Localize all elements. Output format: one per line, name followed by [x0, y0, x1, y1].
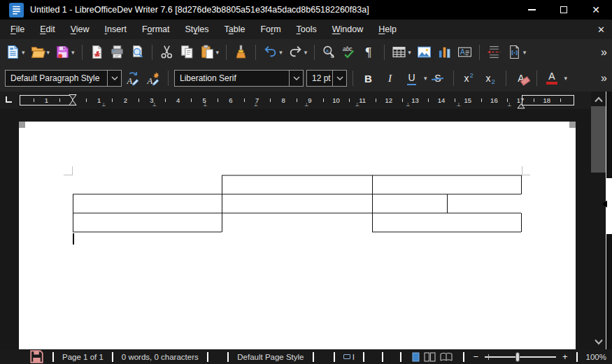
italic-glyph: I — [388, 73, 392, 85]
spelling-button[interactable]: abc — [340, 42, 359, 63]
superscript-button[interactable]: x2 — [460, 68, 478, 88]
clear-formatting-button[interactable]: A — [512, 68, 531, 88]
strikethrough-button[interactable]: S — [429, 68, 448, 88]
underline-dropdown-arrow[interactable]: ▾ — [424, 75, 427, 82]
cut-button[interactable] — [157, 42, 176, 63]
print-button[interactable] — [108, 42, 127, 63]
formatting-marks-button[interactable]: ¶ — [360, 42, 379, 63]
undo-icon — [263, 45, 278, 59]
menu-edit[interactable]: Edit — [32, 22, 63, 37]
ruler-tick — [34, 99, 34, 102]
menu-table[interactable]: Table — [217, 22, 253, 37]
insert-field-dropdown-arrow[interactable]: ▾ — [523, 49, 527, 56]
default-tab-stop-mark: ⊥ — [507, 102, 511, 108]
paste-dropdown-arrow[interactable]: ▾ — [216, 49, 220, 56]
italic-button[interactable]: I — [380, 68, 399, 88]
font-color-dropdown-arrow[interactable]: ▾ — [564, 75, 568, 82]
paragraph-style-combobox[interactable]: Default Paragraph Style — [5, 70, 122, 87]
redo-button[interactable]: ▾ — [286, 42, 310, 63]
maximize-button[interactable] — [548, 0, 580, 20]
menu-view[interactable]: View — [63, 22, 97, 37]
redo-dropdown-arrow[interactable]: ▾ — [304, 49, 308, 56]
zoom-level[interactable]: 100% — [586, 353, 606, 361]
scroll-down-button[interactable] — [591, 335, 606, 349]
menu-format[interactable]: Format — [134, 22, 178, 37]
zoom-slider[interactable] — [485, 356, 556, 358]
paste-button[interactable]: ▾ — [198, 42, 222, 63]
scroll-up-button[interactable] — [591, 92, 606, 106]
word-count-status[interactable]: 0 words, 0 characters — [122, 353, 199, 361]
find-replace-button[interactable]: ad — [320, 42, 339, 63]
multi-page-view-button[interactable] — [424, 352, 436, 362]
update-style-button[interactable]: A — [124, 68, 143, 89]
zoom-out-button[interactable]: − — [473, 351, 478, 362]
indent-marker[interactable] — [68, 94, 78, 109]
ruler-tick — [376, 99, 376, 102]
font-name-dropdown[interactable] — [289, 71, 303, 86]
menu-tools[interactable]: Tools — [289, 22, 325, 37]
close-document-button[interactable]: ✕ — [597, 24, 605, 35]
font-size-dropdown[interactable] — [332, 71, 346, 86]
insert-mode-status[interactable]: I — [343, 353, 355, 361]
minimize-button[interactable] — [515, 0, 548, 20]
copy-button[interactable] — [178, 42, 197, 63]
menu-window[interactable]: Window — [325, 22, 371, 37]
export-pdf-button[interactable] — [87, 42, 106, 63]
save-button[interactable]: ▾ — [53, 42, 77, 63]
subscript-button[interactable]: x2 — [481, 68, 500, 88]
menubar: FileEditViewInsertFormatStylesTableFormT… — [0, 20, 612, 39]
subscript-glyph: x — [485, 73, 490, 84]
vertical-scrollbar[interactable] — [591, 92, 606, 349]
default-tab-stop-mark: ⊥ — [203, 102, 207, 108]
default-tab-stop-mark: ⊥ — [152, 102, 156, 108]
minimize-icon — [528, 9, 536, 10]
undo-button[interactable]: ▾ — [261, 42, 285, 63]
save-icon — [55, 45, 70, 59]
insert-image-button[interactable] — [415, 42, 434, 63]
bold-button[interactable]: B — [359, 68, 378, 88]
new-style-button[interactable]: A — [144, 68, 163, 89]
font-size-combobox[interactable]: 12 pt — [306, 70, 347, 87]
open-file-dropdown-arrow[interactable]: ▾ — [47, 49, 50, 56]
svg-text:abc: abc — [343, 45, 353, 52]
underline-button[interactable]: U — [402, 68, 421, 88]
single-page-view-button[interactable] — [412, 352, 420, 362]
new-document-button[interactable]: ▾ — [3, 42, 27, 63]
row-boundary-marker[interactable] — [602, 201, 607, 208]
insert-table-dropdown-arrow[interactable]: ▾ — [408, 49, 411, 56]
insert-page-break-button[interactable] — [485, 42, 504, 63]
menu-styles[interactable]: Styles — [177, 22, 216, 37]
insert-field-button[interactable]: ▾ — [505, 42, 529, 63]
menu-form[interactable]: Form — [252, 22, 288, 37]
scrollbar-thumb[interactable] — [591, 106, 606, 173]
menu-insert[interactable]: Insert — [97, 22, 134, 37]
document-page[interactable] — [19, 122, 576, 349]
paragraph-style-dropdown[interactable] — [107, 71, 121, 86]
font-color-button[interactable]: A — [543, 68, 562, 88]
tab-stop-selector[interactable] — [6, 96, 12, 103]
horizontal-ruler[interactable]: 1234567891011121314151617181⊥⊥⊥⊥⊥⊥⊥⊥⊥ — [0, 92, 612, 109]
open-file-button[interactable]: ▾ — [29, 42, 52, 63]
zoom-in-button[interactable]: + — [562, 351, 568, 362]
default-tab-stop-mark: ⊥ — [304, 102, 308, 108]
close-window-button[interactable]: ✕ — [580, 0, 612, 20]
zoom-slider-handle[interactable] — [515, 352, 520, 362]
standard-toolbar-overflow-button[interactable]: » — [601, 46, 606, 59]
new-document-dropdown-arrow[interactable]: ▾ — [22, 49, 25, 56]
insert-text-box-button[interactable]: A — [455, 42, 474, 63]
insert-chart-button[interactable] — [435, 42, 454, 63]
insert-table-button[interactable]: ▾ — [390, 42, 413, 63]
status-bar: Page 1 of 1 0 words, 0 characters Defaul… — [0, 349, 612, 364]
print-preview-button[interactable] — [128, 42, 147, 63]
menu-file[interactable]: File — [3, 22, 32, 37]
formatting-toolbar-overflow-button[interactable]: » — [601, 72, 606, 85]
undo-dropdown-arrow[interactable]: ▾ — [279, 49, 283, 56]
font-name-combobox[interactable]: Liberation Serif — [174, 70, 304, 87]
book-view-button[interactable] — [440, 352, 453, 362]
page-style-status[interactable]: Default Page Style — [237, 353, 304, 361]
save-status-icon[interactable] — [29, 349, 44, 364]
clone-formatting-button[interactable] — [232, 42, 250, 63]
menu-help[interactable]: Help — [371, 22, 404, 37]
page-number-status[interactable]: Page 1 of 1 — [62, 353, 104, 361]
save-dropdown-arrow[interactable]: ▾ — [71, 49, 75, 56]
